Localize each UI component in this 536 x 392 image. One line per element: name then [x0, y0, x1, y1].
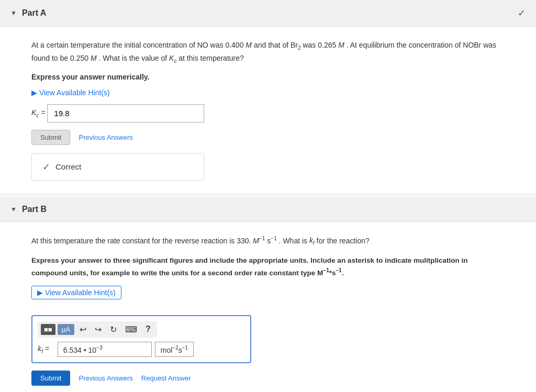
keyboard-button[interactable]: ⌨ — [122, 323, 140, 335]
part-a-question: At a certain temperature the initial con… — [31, 39, 505, 65]
part-b-header[interactable]: ▼ Part B — [0, 197, 536, 222]
correct-text: Correct — [55, 162, 81, 171]
part-b-request-answer-link[interactable]: Request Answer — [141, 374, 191, 382]
correct-check-icon: ✓ — [42, 161, 50, 173]
part-b-title: Part B — [22, 205, 47, 214]
help-button[interactable]: ? — [142, 323, 154, 335]
part-b-math-input-row: kf = 6.534 • 10−3 mol−2s−1 — [38, 342, 245, 357]
refresh-button[interactable]: ↻ — [107, 323, 120, 335]
part-a-header[interactable]: ▼ Part A ✓ — [0, 0, 536, 27]
part-b-math-input-container: ■■ μA ↩ ↪ ↻ ⌨ ? kf = 6.534 • 10−3 — [31, 315, 251, 364]
part-b-math-units[interactable]: mol−2s−1 — [155, 342, 194, 357]
part-b-kf-label: kf = — [38, 344, 49, 354]
part-a-chevron-icon: ▼ — [10, 9, 17, 17]
part-a-content: At a certain temperature the initial con… — [0, 27, 536, 193]
part-b-hint-link[interactable]: ▶ View Available Hint(s) — [31, 286, 121, 299]
part-a-section: ▼ Part A ✓ At a certain temperature the … — [0, 0, 536, 193]
redo-button[interactable]: ↪ — [92, 323, 105, 335]
part-b-math-value[interactable]: 6.534 • 10−3 — [58, 342, 152, 357]
part-a-correct-box: ✓ Correct — [31, 153, 204, 181]
part-a-action-row: Submit Previous Answers — [31, 130, 505, 145]
math-toolbar: ■■ μA ↩ ↪ ↻ ⌨ ? — [38, 321, 157, 338]
part-b-section: ▼ Part B At this temperature the rate co… — [0, 197, 536, 392]
undo-button[interactable]: ↩ — [76, 323, 90, 335]
part-a-title: Part A — [22, 8, 47, 18]
part-a-prev-answers-link[interactable]: Previous Answers — [79, 133, 132, 141]
part-b-action-row: Submit Previous Answers Request Answer — [31, 371, 505, 386]
part-a-hint-link[interactable]: ▶ View Available Hint(s) — [31, 88, 110, 97]
part-a-express-note: Express your answer numerically. — [31, 73, 505, 81]
part-b-content: At this temperature the rate constant fo… — [0, 222, 536, 392]
part-a-input-label: Kc = — [31, 108, 45, 118]
part-b-submit-button[interactable]: Submit — [31, 371, 70, 386]
mu-button[interactable]: μA — [58, 324, 74, 335]
matrix-button[interactable]: ■■ — [41, 324, 55, 335]
part-b-chevron-icon: ▼ — [10, 206, 17, 213]
part-b-prev-answers-link[interactable]: Previous Answers — [79, 374, 132, 382]
part-a-check-icon: ✓ — [518, 7, 526, 19]
part-a-submit-button[interactable]: Submit — [31, 130, 70, 145]
part-a-input-row: Kc = — [31, 104, 505, 122]
part-b-express-note: Express your answer to three significant… — [31, 255, 505, 278]
part-b-question: At this temperature the rate constant fo… — [31, 234, 505, 248]
part-a-answer-input[interactable] — [47, 104, 204, 122]
